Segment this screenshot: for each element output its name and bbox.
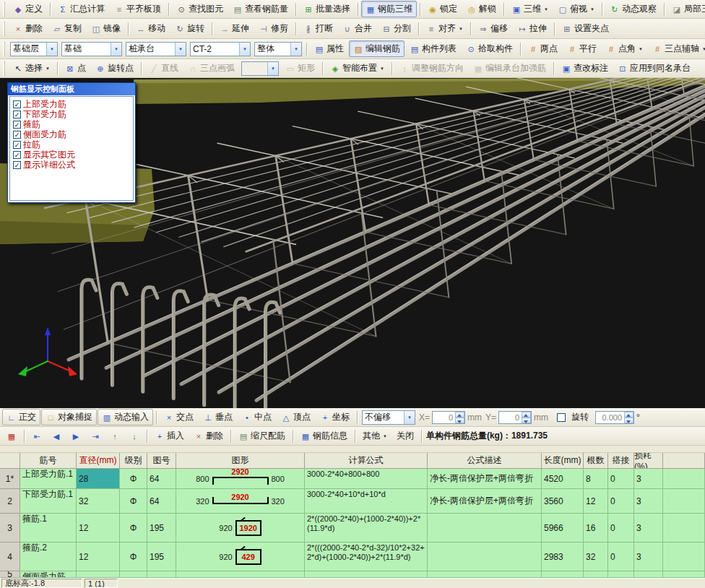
cell-shape[interactable]: 9201920 bbox=[176, 514, 305, 542]
cell-fig-no[interactable]: 195 bbox=[147, 514, 176, 542]
cell-fig-no[interactable]: 195 bbox=[147, 542, 176, 571]
cell-level[interactable]: Φ bbox=[120, 469, 147, 489]
cell-length[interactable] bbox=[542, 571, 584, 578]
cell-lap[interactable]: 0 bbox=[608, 514, 634, 542]
cell-diameter[interactable]: 12 bbox=[77, 542, 120, 571]
cell-count[interactable]: 12 bbox=[584, 489, 608, 514]
move-button[interactable]: ↔移动 bbox=[131, 20, 170, 37]
smart-layout-button[interactable]: ◈智能布置▼ bbox=[326, 60, 389, 77]
set-grip-button[interactable]: ⊞设置夹点 bbox=[558, 20, 613, 37]
break-button[interactable]: ∦打断 bbox=[299, 20, 337, 37]
three-point-aux-axis-button[interactable]: #三点辅轴▼ bbox=[648, 40, 705, 57]
rebar-info-button[interactable]: ▦钢筋信息 bbox=[296, 428, 352, 444]
chk-show-other[interactable]: ✓ bbox=[13, 151, 21, 159]
other-menu-button[interactable]: 其他▼ bbox=[358, 428, 392, 444]
unlock-button[interactable]: ◎解锁 bbox=[462, 1, 501, 17]
cell-formula[interactable]: 2*((2000-2*40)+(1000-2*40))+2*(11.9*d) bbox=[305, 514, 428, 542]
rotate-angle-input-spin-up-icon[interactable] bbox=[624, 412, 633, 418]
cell-loss[interactable] bbox=[634, 571, 663, 578]
cell-formula-desc[interactable]: 净长-两倍保护层+两倍弯折 bbox=[428, 469, 542, 489]
pick-component-button[interactable]: ⊙拾取构件 bbox=[462, 40, 517, 57]
nav-next-button[interactable]: ▶ bbox=[66, 430, 85, 443]
y-input-spin-up-icon[interactable] bbox=[522, 412, 531, 418]
x-input[interactable]: 0 bbox=[432, 411, 465, 424]
close-grid-button[interactable]: 关闭 bbox=[392, 428, 418, 444]
cell-level[interactable]: Φ bbox=[120, 542, 147, 571]
apply-same-cap-button[interactable]: ⊡应用到同名承台 bbox=[613, 60, 695, 77]
cell-loss[interactable]: 3 bbox=[634, 469, 663, 489]
properties-button[interactable]: ▤属性 bbox=[310, 40, 348, 57]
cell-loss[interactable]: 3 bbox=[634, 542, 663, 571]
trim-button[interactable]: ⊣修剪 bbox=[254, 20, 293, 37]
cell-diameter[interactable]: 12 bbox=[77, 514, 120, 542]
cell-jinhao[interactable]: 侧面受力筋 bbox=[20, 571, 77, 578]
rotate-point-button[interactable]: ⊕旋转点 bbox=[91, 60, 138, 77]
view-rebar-qty-button[interactable]: ▤查看钢筋量 bbox=[228, 1, 293, 17]
rotate-angle-input-spinner[interactable] bbox=[623, 412, 633, 423]
floor-combo-dropdown-icon[interactable]: ▼ bbox=[46, 43, 57, 56]
chk-show-formula[interactable]: ✓ bbox=[13, 161, 21, 169]
category-combo[interactable]: 基础▼ bbox=[61, 42, 122, 56]
component-list-button[interactable]: ▤构件列表 bbox=[405, 40, 461, 57]
cell-formula-desc[interactable] bbox=[428, 542, 542, 571]
delete-row-button[interactable]: ×删除 bbox=[189, 428, 228, 444]
cell-rownum[interactable]: 4 bbox=[0, 542, 20, 571]
cell-lap[interactable]: 0 bbox=[608, 542, 634, 571]
cell-loss[interactable]: 3 bbox=[634, 489, 663, 514]
chk-bottom-rebar[interactable]: ✓ bbox=[13, 111, 21, 118]
row-down-button[interactable]: ↓ bbox=[125, 430, 144, 443]
line-draw-button[interactable]: ╱直线 bbox=[144, 60, 183, 77]
cell-lap[interactable]: 0 bbox=[608, 489, 634, 514]
cell-rownum[interactable]: 2 bbox=[0, 489, 20, 514]
arc-mode-combo[interactable]: ▼ bbox=[241, 61, 279, 76]
y-input[interactable]: 0 bbox=[498, 411, 532, 424]
cell-level[interactable] bbox=[120, 571, 147, 578]
cell-jinhao[interactable]: 上部受力筋.1 bbox=[20, 469, 77, 489]
cell-fig-no[interactable]: 64 bbox=[147, 469, 176, 489]
category-combo-dropdown-icon[interactable]: ▼ bbox=[111, 43, 121, 56]
offset-mode-combo[interactable]: 不偏移▼ bbox=[362, 410, 415, 425]
viewport-3d[interactable]: 钢筋显示控制面板 ✓上部受力筋✓下部受力筋✓箍筋✓侧面受力筋✓拉筋✓显示其它图元… bbox=[0, 78, 705, 408]
chk-tie-rebar[interactable]: ✓ bbox=[13, 141, 21, 149]
align-slab-top-button[interactable]: ≡平齐板顶 bbox=[110, 1, 165, 17]
check-annotation-button[interactable]: ▣查改标注 bbox=[557, 60, 613, 77]
cell-rownum[interactable]: 1* bbox=[0, 469, 20, 489]
cell-formula-desc[interactable] bbox=[428, 514, 542, 542]
panel-title-bar[interactable]: 钢筋显示控制面板 bbox=[8, 83, 135, 95]
merge-button[interactable]: ∪合并 bbox=[338, 20, 376, 37]
cell-clipped[interactable] bbox=[663, 489, 705, 514]
object-snap-toggle[interactable]: □对象捕捉 bbox=[41, 409, 97, 425]
scope-combo-dropdown-icon[interactable]: ▼ bbox=[290, 43, 301, 56]
partial-3d-button[interactable]: ◪局部三维 bbox=[667, 1, 705, 17]
nav-first-button[interactable]: ⇤ bbox=[27, 430, 46, 443]
row-up-button[interactable]: ↑ bbox=[105, 430, 124, 443]
rotate-checkbox[interactable] bbox=[557, 413, 566, 422]
view-3d-button[interactable]: ▣三维▼ bbox=[507, 1, 553, 17]
dynamic-orbit-button[interactable]: ↻动态观察 bbox=[605, 1, 661, 17]
offset-button[interactable]: ⇒偏移 bbox=[474, 20, 512, 37]
ortho-toggle[interactable]: ∟正交 bbox=[2, 409, 40, 425]
align-button[interactable]: ≡对齐▼ bbox=[422, 20, 467, 37]
element-type-combo-dropdown-icon[interactable]: ▼ bbox=[175, 43, 186, 56]
scale-rebar-button[interactable]: ▤缩尺配筋 bbox=[234, 428, 290, 444]
point-angle-axis-button[interactable]: #点角▼ bbox=[602, 40, 647, 57]
mirror-button[interactable]: ◫镜像 bbox=[87, 20, 125, 37]
point-draw-button[interactable]: ⊠点 bbox=[61, 60, 90, 77]
cell-level[interactable]: Φ bbox=[120, 489, 147, 514]
element-name-combo[interactable]: CT-2▼ bbox=[190, 42, 251, 56]
cell-formula[interactable]: 2*(((2000-2*40-2*d-32)/10*2+32+2*d)+(100… bbox=[305, 542, 428, 571]
cell-formula[interactable]: 3000-2*40+800+800 bbox=[305, 469, 428, 489]
snap-coordinate-button[interactable]: +坐标 bbox=[316, 409, 354, 425]
cell-length[interactable]: 3560 bbox=[542, 489, 584, 514]
cell-diameter[interactable]: 32 bbox=[77, 489, 120, 514]
nav-last-button[interactable]: ⇥ bbox=[86, 430, 105, 443]
cell-length[interactable]: 4520 bbox=[542, 469, 584, 489]
snap-vertex-button[interactable]: △顶点 bbox=[277, 409, 315, 425]
cell-count[interactable] bbox=[584, 571, 608, 578]
insert-row-button[interactable]: +插入 bbox=[150, 428, 189, 444]
find-element-button[interactable]: ⊙查找图元 bbox=[172, 1, 228, 17]
cell-diameter[interactable] bbox=[77, 571, 120, 578]
snap-perpendicular-button[interactable]: ⊥垂点 bbox=[199, 409, 237, 425]
rotate-angle-input-spin-down-icon[interactable] bbox=[624, 418, 633, 423]
dynamic-input-toggle[interactable]: ▥动态输入 bbox=[98, 409, 153, 425]
